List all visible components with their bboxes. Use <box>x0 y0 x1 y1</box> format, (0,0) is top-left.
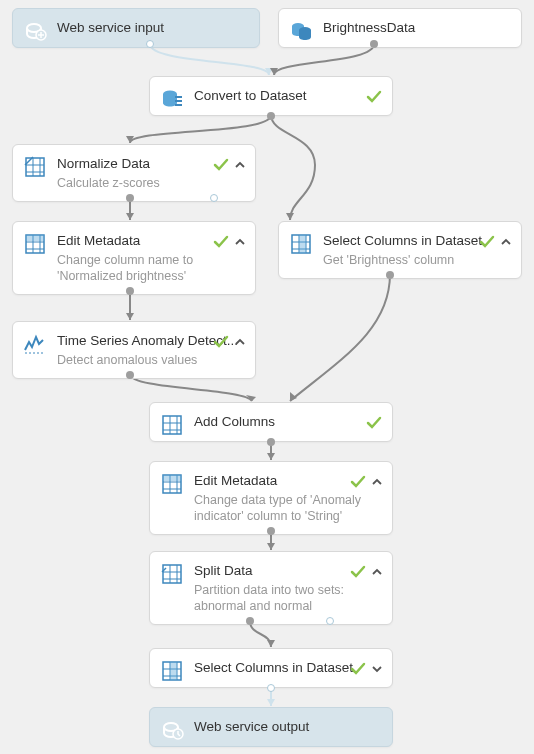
svg-marker-1 <box>270 68 278 75</box>
edit-metadata-node[interactable]: Edit Metadata Change column name to 'Nor… <box>12 221 256 295</box>
node-subtitle: Partition data into two sets: abnormal a… <box>194 582 380 614</box>
node-subtitle: Calculate z-scores <box>57 175 243 191</box>
output-port[interactable] <box>267 112 275 120</box>
split-icon <box>160 562 184 586</box>
svg-marker-7 <box>290 392 297 401</box>
output-port[interactable] <box>326 617 334 625</box>
add-columns-icon <box>160 413 184 437</box>
svg-marker-9 <box>267 543 275 550</box>
convert-icon <box>160 87 184 111</box>
select-columns-icon <box>289 232 313 256</box>
output-port[interactable] <box>210 194 218 202</box>
chevron-up-icon[interactable] <box>372 477 382 487</box>
output-port[interactable] <box>126 371 134 379</box>
select-columns-icon <box>160 659 184 683</box>
svg-rect-19 <box>26 235 44 241</box>
check-icon <box>350 661 366 677</box>
output-port[interactable] <box>126 287 134 295</box>
chevron-up-icon[interactable] <box>501 237 511 247</box>
svg-marker-2 <box>126 136 134 143</box>
chevron-up-icon[interactable] <box>372 567 382 577</box>
brightness-data-node[interactable]: BrightnessData <box>278 8 522 48</box>
normalize-data-node[interactable]: Normalize Data Calculate z-scores <box>12 144 256 202</box>
select-columns-node-2[interactable]: Select Columns in Dataset <box>149 648 393 688</box>
output-port[interactable] <box>370 40 378 48</box>
dataset-icon <box>289 19 313 43</box>
split-data-node[interactable]: Split Data Partition data into two sets:… <box>149 551 393 625</box>
select-columns-node[interactable]: Select Columns in Dataset Get 'Brightnes… <box>278 221 522 279</box>
output-port[interactable] <box>267 438 275 446</box>
check-icon <box>213 157 229 173</box>
check-icon <box>366 415 382 431</box>
add-columns-node[interactable]: Add Columns <box>149 402 393 442</box>
node-title: BrightnessData <box>323 19 509 37</box>
svg-marker-3 <box>286 213 294 220</box>
web-service-input-node[interactable]: Web service input <box>12 8 260 48</box>
node-subtitle: Change column name to 'Normalized bright… <box>57 252 243 284</box>
node-subtitle: Change data type of 'Anomaly indicator' … <box>194 492 380 524</box>
output-port[interactable] <box>267 527 275 535</box>
output-port[interactable] <box>267 684 275 692</box>
svg-marker-11 <box>267 699 275 706</box>
svg-rect-21 <box>299 235 306 253</box>
check-icon <box>350 564 366 580</box>
svg-marker-8 <box>267 453 275 460</box>
web-service-output-node[interactable]: Web service output <box>149 707 393 747</box>
check-icon <box>366 89 382 105</box>
node-title: Web service output <box>194 718 380 736</box>
anomaly-icon <box>23 332 47 356</box>
svg-rect-27 <box>170 662 177 680</box>
normalize-icon <box>23 155 47 179</box>
metadata-icon <box>23 232 47 256</box>
node-subtitle: Get 'Brightness' column <box>323 252 509 268</box>
svg-rect-22 <box>163 416 181 434</box>
check-icon <box>213 334 229 350</box>
svg-marker-0 <box>265 68 273 75</box>
chevron-down-icon[interactable] <box>372 664 382 674</box>
svg-marker-4 <box>126 213 134 220</box>
anomaly-detection-node[interactable]: Time Series Anomaly Detect... Detect ano… <box>12 321 256 379</box>
output-icon <box>160 718 184 742</box>
output-port[interactable] <box>146 40 154 48</box>
output-port[interactable] <box>126 194 134 202</box>
chevron-up-icon[interactable] <box>235 337 245 347</box>
edit-metadata-node-2[interactable]: Edit Metadata Change data type of 'Anoma… <box>149 461 393 535</box>
output-port[interactable] <box>246 617 254 625</box>
convert-to-dataset-node[interactable]: Convert to Dataset <box>149 76 393 116</box>
output-port[interactable] <box>386 271 394 279</box>
chevron-up-icon[interactable] <box>235 160 245 170</box>
svg-marker-6 <box>246 395 256 401</box>
metadata-icon <box>160 472 184 496</box>
svg-marker-10 <box>267 640 275 647</box>
check-icon <box>479 234 495 250</box>
node-title: Add Columns <box>194 413 380 431</box>
input-icon <box>23 19 47 43</box>
check-icon <box>213 234 229 250</box>
node-subtitle: Detect anomalous values <box>57 352 243 368</box>
node-title: Web service input <box>57 19 247 37</box>
svg-marker-5 <box>126 313 134 320</box>
check-icon <box>350 474 366 490</box>
node-title: Convert to Dataset <box>194 87 380 105</box>
svg-rect-24 <box>163 475 181 481</box>
chevron-up-icon[interactable] <box>235 237 245 247</box>
